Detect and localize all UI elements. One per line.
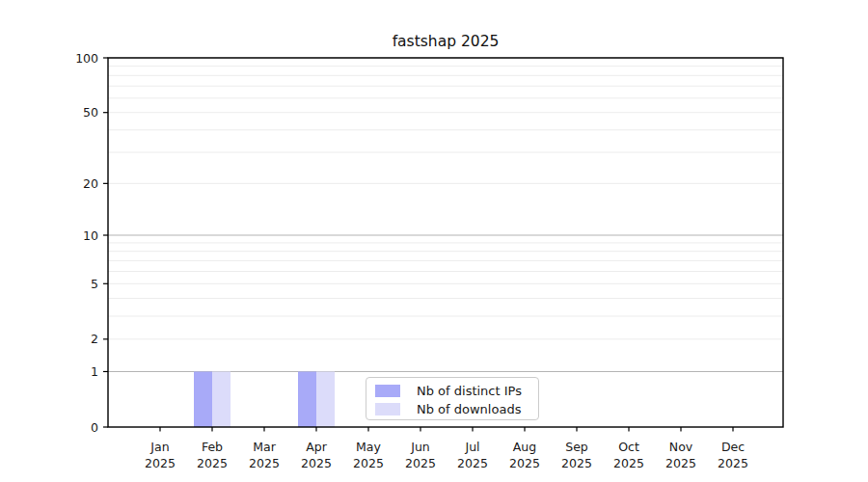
y-tick-label: 1 — [91, 364, 98, 379]
x-tick-label-month: May — [356, 440, 381, 454]
bar-distinct-ips-feb — [194, 371, 212, 427]
x-tick-label-year: 2025 — [405, 456, 436, 470]
x-tick-label-year: 2025 — [718, 456, 748, 470]
x-tick-label-year: 2025 — [665, 456, 696, 470]
legend-label-downloads: Nb of downloads — [417, 402, 521, 416]
x-tick-label-year: 2025 — [197, 456, 228, 470]
y-tick-label: 50 — [83, 105, 98, 120]
x-tick-label-year: 2025 — [145, 456, 176, 470]
x-tick-label-month: Jan — [149, 440, 169, 454]
x-tick-label-month: Jun — [410, 440, 430, 454]
legend-swatch-downloads-icon — [375, 403, 400, 415]
bar-downloads-apr — [316, 371, 335, 427]
x-tick-label-month: Apr — [306, 440, 327, 454]
y-tick-label: 100 — [75, 51, 98, 66]
bar-distinct-ips-apr — [298, 371, 316, 427]
x-tick-label-month: Dec — [721, 440, 745, 454]
legend-item-downloads: Nb of downloads — [375, 400, 538, 417]
x-tick-label-month: Oct — [618, 440, 639, 454]
x-tick-label-month: Mar — [253, 440, 276, 454]
x-tick-label-year: 2025 — [301, 456, 332, 470]
x-tick-label-month: Sep — [565, 440, 588, 454]
x-tick-label-year: 2025 — [457, 456, 488, 470]
x-tick-label-year: 2025 — [613, 456, 644, 470]
y-tick-label: 20 — [83, 176, 98, 191]
chart-canvas: fastshap 2025 0125102050100Jan2025Feb202… — [0, 0, 868, 482]
legend-item-distinct-ips: Nb of distinct IPs — [375, 382, 538, 399]
bar-downloads-feb — [212, 371, 231, 427]
y-tick-label: 2 — [91, 332, 98, 346]
x-tick-label-year: 2025 — [249, 456, 280, 470]
x-tick-label-year: 2025 — [509, 456, 540, 470]
legend-label-distinct-ips: Nb of distinct IPs — [417, 384, 522, 398]
x-tick-label-year: 2025 — [353, 456, 384, 470]
legend-swatch-distinct-ips-icon — [375, 385, 400, 397]
x-tick-label-month: Aug — [513, 440, 536, 454]
legend: Nb of distinct IPs Nb of downloads — [366, 377, 539, 420]
x-tick-label-month: Nov — [669, 440, 693, 454]
x-tick-label-month: Jul — [464, 440, 479, 454]
x-tick-label-year: 2025 — [561, 456, 592, 470]
y-tick-label: 5 — [91, 277, 98, 291]
y-tick-label: 10 — [83, 228, 98, 243]
x-tick-label-month: Feb — [202, 440, 223, 454]
y-tick-label: 0 — [91, 420, 98, 435]
